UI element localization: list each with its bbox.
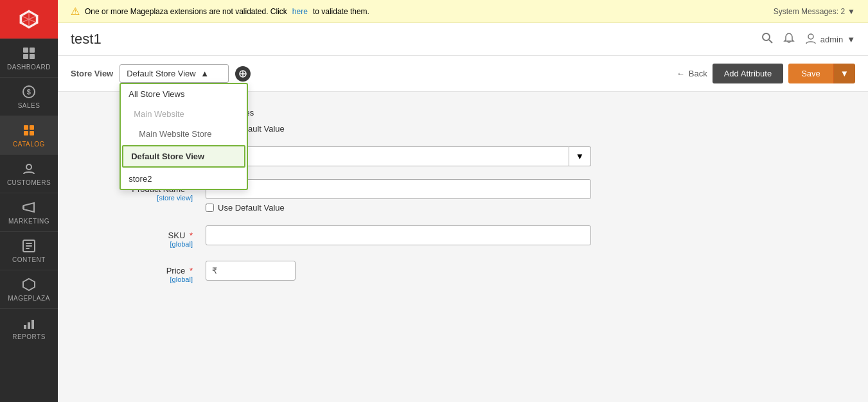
svg-rect-9 <box>30 131 34 135</box>
dropdown-item-default[interactable]: Default Store View <box>122 145 245 168</box>
sales-icon: $ <box>21 84 37 100</box>
store-view-button[interactable]: Default Store View ▲ <box>120 64 229 83</box>
main-website-store-label: Main Website Store <box>139 129 211 139</box>
page-header: test1 <box>58 23 868 56</box>
sidebar-item-customers[interactable]: CUSTOMERS <box>0 154 58 193</box>
attribute-set-select[interactable]: Default <box>206 146 569 166</box>
sku-label-text: SKU <box>168 231 186 240</box>
dashboard-icon <box>21 46 37 61</box>
store-view-dropdown: Default Store View ▲ All Store Views Mai… <box>120 64 229 83</box>
sidebar-item-content-label: CONTENT <box>12 256 46 263</box>
svg-rect-15 <box>26 248 30 249</box>
system-messages-label: System Messages: 2 <box>774 7 845 16</box>
save-button[interactable]: Save <box>788 64 833 83</box>
store-view-arrow-icon: ▲ <box>200 69 209 78</box>
reports-icon <box>21 315 37 331</box>
price-scope: [global] <box>77 275 193 283</box>
svg-point-21 <box>808 34 813 39</box>
sidebar-item-mageplaza[interactable]: MAGEPLAZA <box>0 270 58 308</box>
sidebar-item-content[interactable]: CONTENT <box>0 231 58 270</box>
sku-input[interactable]: test1 <box>206 225 591 245</box>
price-row: Price * [global] ₹ 34.00 <box>77 261 591 283</box>
enable-toggle-wrap: Yes <box>206 105 591 120</box>
catalog-icon <box>21 123 37 138</box>
svg-rect-13 <box>26 243 32 244</box>
add-attribute-button[interactable]: Add Attribute <box>713 64 783 83</box>
svg-rect-14 <box>26 245 32 247</box>
sidebar-item-catalog[interactable]: CATALOG <box>0 116 58 154</box>
all-store-views-label: All Store Views <box>128 89 184 99</box>
save-dropdown-button[interactable]: ▼ <box>833 64 855 83</box>
sidebar-item-sales[interactable]: $ SALES <box>0 77 58 116</box>
save-label: Save <box>801 69 820 78</box>
svg-rect-7 <box>30 125 34 130</box>
sidebar-item-marketing[interactable]: MARKETING <box>0 193 58 231</box>
back-label: Back <box>689 69 707 78</box>
marketing-icon <box>21 200 37 215</box>
sidebar-item-marketing-label: MARKETING <box>8 218 49 225</box>
store-view-menu: All Store Views Main Website Main Websit… <box>120 83 248 190</box>
validate-link[interactable]: here <box>292 7 308 16</box>
svg-rect-6 <box>24 125 28 130</box>
system-messages-button[interactable]: System Messages: 2 ▼ <box>774 7 855 16</box>
system-message-end: to validate them. <box>313 7 369 16</box>
logo[interactable] <box>0 0 58 39</box>
sidebar-item-reports-label: REPORTS <box>12 333 46 340</box>
svg-rect-17 <box>24 325 26 329</box>
attribute-set-select-wrap: Default ▼ <box>206 146 591 166</box>
sidebar-item-dashboard[interactable]: DASHBOARD <box>0 39 58 77</box>
back-button[interactable]: ← Back <box>677 69 707 78</box>
price-label: Price * [global] <box>77 261 206 283</box>
attribute-set-arrow-button[interactable]: ▼ <box>569 146 591 166</box>
price-label-text: Price <box>166 266 186 275</box>
store-view-section: Store View Default Store View ▲ All Stor… <box>71 64 251 83</box>
dropdown-item-all-stores[interactable]: All Store Views <box>121 84 247 104</box>
svg-marker-16 <box>23 279 35 290</box>
svg-point-20 <box>763 33 770 40</box>
save-button-group: Save ▼ <box>788 64 855 83</box>
main-website-label: Main Website <box>134 109 184 119</box>
svg-rect-11 <box>22 205 24 209</box>
attribute-set-control: Default ▼ <box>206 146 591 166</box>
system-message-bar: ⚠ One or more Mageplaza extensions are n… <box>58 0 868 23</box>
product-name-input[interactable]: test1 <box>206 179 591 199</box>
svg-rect-18 <box>28 322 30 329</box>
svg-rect-2 <box>23 54 28 59</box>
default-store-view-label: Default Store View <box>131 152 204 161</box>
price-input-wrap: ₹ 34.00 <box>206 261 591 281</box>
admin-user-menu[interactable]: admin ▼ <box>805 33 855 46</box>
price-control: ₹ 34.00 <box>206 261 591 281</box>
system-message-text: ⚠ One or more Mageplaza extensions are n… <box>71 5 369 17</box>
svg-point-10 <box>26 164 31 170</box>
header-actions: admin ▼ <box>761 32 855 47</box>
save-arrow-icon: ▼ <box>840 69 849 78</box>
admin-chevron-icon: ▼ <box>847 35 855 44</box>
product-name-use-default-checkbox[interactable] <box>206 204 214 212</box>
page-toolbar: Store View Default Store View ▲ All Stor… <box>58 56 868 92</box>
svg-rect-19 <box>31 320 34 329</box>
mageplaza-icon <box>21 277 37 292</box>
notifications-icon[interactable] <box>783 32 795 47</box>
warning-icon: ⚠ <box>71 5 80 17</box>
product-name-scope: [store view] <box>77 194 193 202</box>
sidebar: DASHBOARD $ SALES CATALOG <box>0 0 58 402</box>
customers-icon <box>21 161 37 177</box>
scope-icon[interactable] <box>235 66 251 82</box>
sidebar-item-reports[interactable]: REPORTS <box>0 308 58 347</box>
sidebar-item-catalog-label: CATALOG <box>13 141 45 148</box>
product-name-use-default-row: Use Default Value <box>206 203 591 213</box>
dropdown-item-main-website: Main Website <box>121 104 247 124</box>
main-content: ⚠ One or more Mageplaza extensions are n… <box>58 0 868 402</box>
product-name-use-default-label: Use Default Value <box>218 203 285 213</box>
page-title: test1 <box>71 31 102 48</box>
dropdown-item-store2[interactable]: store2 <box>121 169 247 189</box>
sidebar-item-mageplaza-label: MAGEPLAZA <box>8 295 50 302</box>
chevron-down-icon: ▼ <box>847 7 855 16</box>
sidebar-item-customers-label: CUSTOMERS <box>7 179 51 186</box>
sku-row: SKU * [global] test1 <box>77 225 591 248</box>
enable-control: Yes Use Default Value <box>206 105 591 134</box>
search-icon[interactable] <box>761 32 773 47</box>
toolbar-actions: ← Back Add Attribute Save ▼ <box>677 64 855 83</box>
sku-label: SKU * [global] <box>77 225 206 248</box>
price-input[interactable]: 34.00 <box>206 261 296 281</box>
